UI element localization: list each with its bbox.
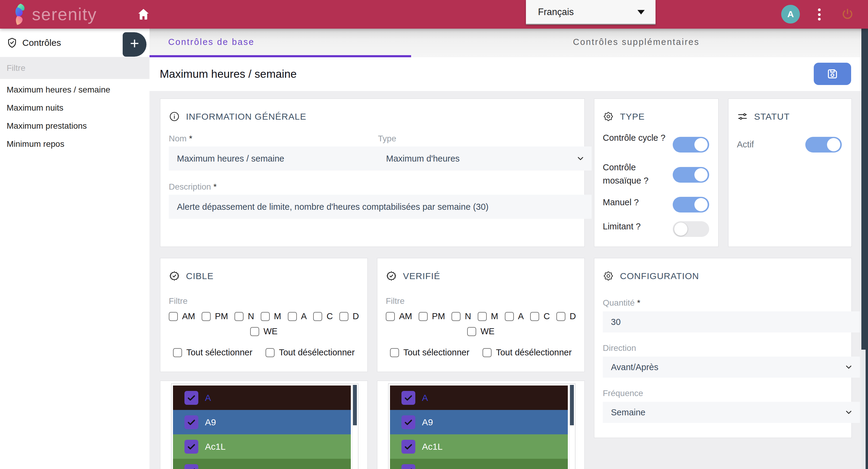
checkbox-icon[interactable] <box>452 312 461 321</box>
checkbox-icon[interactable] <box>556 312 565 321</box>
filter-checkbox-d[interactable]: D <box>556 311 576 321</box>
toggle-actif[interactable] <box>805 137 842 153</box>
language-selector[interactable]: Français <box>526 0 655 25</box>
sidebar-item-max-prestations[interactable]: Maximum prestations <box>0 117 150 135</box>
toggle-manuel[interactable] <box>673 197 709 213</box>
filter-checkbox-c[interactable]: C <box>313 311 333 321</box>
quantite-input[interactable] <box>603 311 860 333</box>
checkbox-checked-icon[interactable] <box>184 440 198 454</box>
filter-checkbox-am[interactable]: AM <box>386 311 412 321</box>
filter-checkbox-am[interactable]: AM <box>169 311 195 321</box>
list-scrollbar-track[interactable] <box>352 384 358 469</box>
filter-checkbox-pm[interactable]: PM <box>202 311 228 321</box>
list-scrollbar-thumb[interactable] <box>570 385 574 425</box>
sidebar-filter-input[interactable] <box>0 57 150 79</box>
sidebar-item-max-nuits[interactable]: Maximum nuits <box>0 99 150 117</box>
checkbox-icon[interactable] <box>339 312 348 321</box>
filter-checkbox-we[interactable]: WE <box>250 326 278 336</box>
toggle-limitant[interactable] <box>673 221 709 237</box>
page-scrollbar-thumb[interactable] <box>861 0 868 350</box>
filter-checkbox-n[interactable]: N <box>235 311 254 321</box>
sidebar-item-max-heures[interactable]: Maximum heures / semaine <box>0 81 150 99</box>
card-header: VERIFIÉ <box>386 270 440 282</box>
tab-controles-de-base[interactable]: Contrôles de base <box>150 29 411 57</box>
deselect-all-checkbox[interactable]: Tout désélectionner <box>266 347 355 357</box>
list-item-a9[interactable]: A9 <box>173 410 351 434</box>
nom-label: Nom* <box>169 134 192 144</box>
checkbox-icon[interactable] <box>261 312 270 321</box>
checkbox-checked-icon[interactable] <box>401 440 415 454</box>
toggle-controle-cycle[interactable] <box>673 137 709 153</box>
nom-field[interactable]: Maximum heures / semaine <box>169 147 382 170</box>
card-verifie: VERIFIÉ Filtre AM PM N M A C D WE Tout s… <box>377 258 585 372</box>
checkbox-icon[interactable] <box>173 348 182 357</box>
filter-checkbox-c[interactable]: C <box>530 311 550 321</box>
list-item-a[interactable]: A <box>390 385 568 410</box>
kebab-menu-icon[interactable] <box>814 8 825 21</box>
checkbox-icon[interactable] <box>483 348 492 357</box>
checkbox-checked-icon[interactable] <box>401 415 415 429</box>
checkbox-icon[interactable] <box>288 312 297 321</box>
frequence-select[interactable]: Semaine <box>603 402 860 423</box>
save-button[interactable] <box>814 63 851 85</box>
list-item[interactable] <box>173 459 351 469</box>
page-scrollbar-edge <box>866 350 868 469</box>
toggle-knob <box>827 138 840 151</box>
type-select[interactable]: Maximum d'heures <box>378 147 592 170</box>
avatar[interactable]: A <box>781 5 800 24</box>
filter-checkbox-d[interactable]: D <box>339 311 359 321</box>
type-label: Type <box>378 134 396 144</box>
sidebar-filter <box>0 57 150 79</box>
toggle-knob <box>694 168 708 182</box>
checkbox-checked-icon[interactable] <box>401 464 415 469</box>
filter-checkbox-pm[interactable]: PM <box>418 311 445 321</box>
add-control-button[interactable]: + <box>123 32 147 57</box>
save-floppy-icon <box>826 67 839 81</box>
filter-checkbox-a[interactable]: A <box>288 311 307 321</box>
tab-controles-supplementaires[interactable]: Contrôles supplémentaires <box>411 29 861 57</box>
checkbox-icon[interactable] <box>530 312 539 321</box>
filter-checkbox-m[interactable]: M <box>478 311 498 321</box>
sliders-icon <box>737 111 748 122</box>
filter-checkbox-a[interactable]: A <box>505 311 524 321</box>
title-bar: Maximum heures / semaine <box>150 57 861 91</box>
power-icon[interactable] <box>840 7 855 22</box>
checkbox-icon[interactable] <box>313 312 322 321</box>
filter-checkbox-we[interactable]: WE <box>467 326 495 336</box>
checkbox-icon[interactable] <box>386 312 395 321</box>
checkbox-checked-icon[interactable] <box>184 415 198 429</box>
checkbox-icon[interactable] <box>505 312 514 321</box>
checkbox-icon[interactable] <box>202 312 211 321</box>
direction-select[interactable]: Avant/Après <box>603 356 860 378</box>
checkbox-checked-icon[interactable] <box>401 391 415 405</box>
checkbox-icon[interactable] <box>478 312 487 321</box>
filter-checkbox-n[interactable]: N <box>452 311 471 321</box>
filter-checkbox-m[interactable]: M <box>261 311 281 321</box>
list-item-ac1l[interactable]: Ac1L <box>390 434 568 459</box>
select-all-checkbox[interactable]: Tout sélectionner <box>173 347 252 357</box>
tab-label: Contrôles de base <box>168 29 254 55</box>
checkbox-checked-icon[interactable] <box>184 464 198 469</box>
toggle-controle-mosaique[interactable] <box>673 167 709 183</box>
sidebar-item-min-repos[interactable]: Minimum repos <box>0 135 150 153</box>
description-field[interactable]: Alerte dépassement de limite, nombre d'h… <box>169 195 592 219</box>
checkbox-icon[interactable] <box>250 327 259 336</box>
home-icon[interactable] <box>136 7 151 22</box>
checkbox-icon[interactable] <box>266 348 275 357</box>
checkbox-checked-icon[interactable] <box>184 391 198 405</box>
list-item[interactable] <box>390 459 568 469</box>
chevron-down-icon <box>576 154 585 163</box>
list-item-ac1l[interactable]: Ac1L <box>173 434 351 459</box>
checkbox-icon[interactable] <box>235 312 244 321</box>
checkbox-icon[interactable] <box>390 348 399 357</box>
select-all-checkbox[interactable]: Tout sélectionner <box>390 347 469 357</box>
list-scrollbar-track[interactable] <box>569 384 575 469</box>
deselect-all-checkbox[interactable]: Tout désélectionner <box>483 347 572 357</box>
checkbox-icon[interactable] <box>418 312 428 321</box>
list-scrollbar-thumb[interactable] <box>353 385 357 425</box>
list-item-a[interactable]: A <box>173 385 351 410</box>
checkbox-icon[interactable] <box>467 327 476 336</box>
sidebar-title: Contrôles <box>22 29 61 57</box>
list-item-a9[interactable]: A9 <box>390 410 568 434</box>
checkbox-icon[interactable] <box>169 312 178 321</box>
